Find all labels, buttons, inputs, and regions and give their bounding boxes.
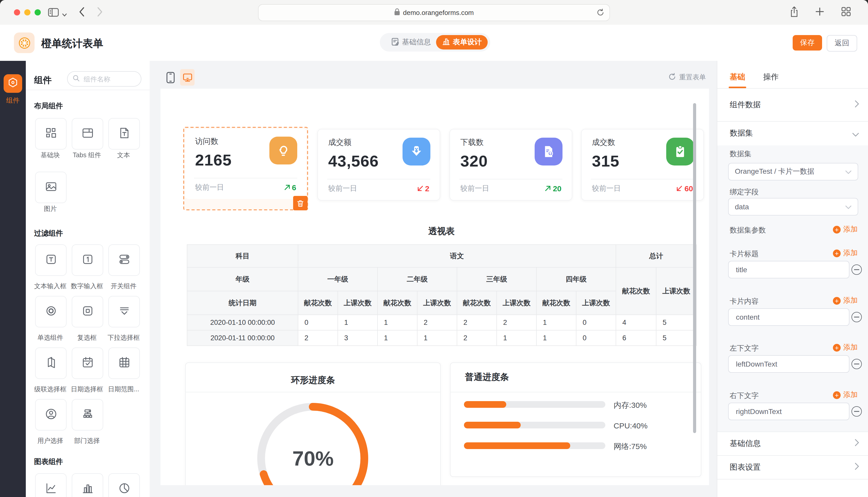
component-label: 数字输入框 [67, 282, 107, 291]
canvas-scrollbar[interactable] [693, 103, 696, 433]
component-data-row[interactable]: 组件数据 [730, 100, 761, 110]
component-tabs[interactable] [72, 118, 103, 150]
chart-settings-row[interactable]: 图表设置 [730, 463, 761, 472]
pivot-metric-header: 上课次数 [576, 291, 616, 315]
remove-circle-icon[interactable] [852, 265, 862, 275]
component-basic-block[interactable] [35, 118, 67, 150]
panel-tab-operation[interactable]: 操作 [763, 72, 779, 82]
sidebar-toggle-icon[interactable] [48, 8, 59, 19]
remove-circle-icon[interactable] [852, 312, 862, 322]
dataset-section-body: 数据集 OrangeTest / 卡片一数据 绑定字段 data 数据集参数 +… [717, 145, 868, 431]
search-input[interactable] [67, 71, 141, 87]
desktop-preview-icon[interactable] [180, 69, 195, 86]
dataset-section-row[interactable]: 数据集 [730, 128, 753, 138]
lock-icon [394, 8, 400, 17]
minimize-window-button[interactable] [24, 9, 30, 15]
add-card-title-button[interactable]: + 添加 [833, 248, 858, 258]
close-window-button[interactable] [14, 9, 20, 15]
forward-icon[interactable] [97, 7, 103, 19]
component-label: 下拉选择框 [103, 333, 144, 342]
chevron-right-icon[interactable] [855, 439, 859, 449]
zoom-window-button[interactable] [35, 9, 41, 15]
add-left-down-text-button[interactable]: + 添加 [833, 343, 858, 352]
divider [717, 431, 868, 432]
add-card-content-button[interactable]: + 添加 [833, 296, 858, 305]
component-text-input[interactable] [35, 244, 67, 276]
stat-card-downloads[interactable]: 下载数 320 较前一日 20 [450, 129, 572, 201]
add-dataset-param-button[interactable]: + 添加 [833, 225, 858, 234]
remove-circle-icon[interactable] [852, 359, 862, 369]
component-pie-chart[interactable] [108, 473, 140, 497]
back-icon[interactable] [79, 7, 85, 19]
share-icon[interactable] [789, 6, 799, 19]
component-image[interactable] [35, 172, 67, 203]
card-content-input[interactable] [728, 308, 850, 326]
pivot-value-cell: 0 [298, 315, 338, 330]
divider [459, 179, 563, 180]
stat-card-deals[interactable]: 成交数 315 较前一日 60 [581, 129, 704, 201]
ring-progress-card[interactable]: 环形进度条 70% [185, 363, 441, 485]
component-line-chart[interactable] [35, 473, 67, 497]
component-bar-chart[interactable] [72, 473, 103, 497]
component-radio[interactable] [35, 296, 67, 327]
delta-up: 20 [545, 184, 562, 193]
card-title-input[interactable] [728, 261, 850, 279]
tab-basic-info[interactable]: 基础信息 [391, 33, 431, 52]
chevron-right-icon[interactable] [855, 100, 859, 110]
rail-item-components[interactable] [4, 74, 22, 93]
left-down-text-input[interactable] [728, 355, 850, 373]
pivot-header-row: 科目 语文 总计 [187, 245, 697, 267]
pivot-grade: 三年级 [457, 267, 536, 291]
component-date-picker[interactable] [72, 347, 103, 379]
form-canvas[interactable]: 访问数 2165 较前一日 6 成交额 [161, 89, 709, 485]
reload-icon[interactable] [596, 8, 604, 18]
component-dept-select[interactable] [72, 399, 103, 430]
stat-card-visits[interactable]: 访问数 2165 较前一日 6 [185, 128, 306, 199]
browser-chrome: demo.orangeforms.com [0, 0, 868, 25]
component-checkbox[interactable] [72, 296, 103, 327]
new-tab-icon[interactable] [815, 7, 824, 18]
progress-fill [464, 442, 570, 449]
dataset-select[interactable]: OrangeTest / 卡片一数据 [728, 163, 858, 181]
delete-button[interactable] [293, 196, 307, 210]
chevron-down-icon[interactable] [852, 130, 859, 139]
component-select[interactable] [108, 296, 140, 327]
hexagon-component-icon [7, 77, 18, 90]
pivot-table[interactable]: 科目 语文 总计 年级 一年级 二年级 三年级 四年级 献花次数 上课次数 [187, 244, 697, 346]
tab-form-design[interactable]: 表单设计 [436, 35, 488, 49]
pivot-grade: 四年级 [536, 267, 616, 291]
add-right-down-text-button[interactable]: + 添加 [833, 390, 858, 400]
tab-overview-icon[interactable] [841, 7, 851, 18]
bind-field-select[interactable]: data [728, 198, 858, 215]
address-bar[interactable]: demo.orangeforms.com [258, 4, 610, 21]
phone-preview-icon[interactable] [166, 72, 175, 86]
plus-circle-icon: + [833, 344, 841, 351]
bar-chart-icon [81, 481, 94, 497]
component-cascade-select[interactable] [35, 347, 67, 379]
section-label-layout: 布局组件 [34, 102, 63, 111]
reset-form-button[interactable]: 重置表单 [668, 72, 706, 83]
chevron-right-icon[interactable] [855, 463, 859, 472]
component-label: 日期选择框 [67, 385, 107, 394]
component-text[interactable] [108, 118, 140, 150]
pivot-value-cell: 3 [338, 330, 377, 346]
save-button[interactable]: 保存 [793, 35, 822, 51]
component-switch[interactable] [108, 244, 140, 276]
search-field[interactable] [83, 74, 136, 83]
basic-info-row[interactable]: 基础信息 [730, 439, 761, 449]
right-down-text-input[interactable] [728, 403, 850, 420]
stat-card-turnover[interactable]: 成交额 43,566 较前一日 2 [317, 129, 440, 201]
delta-down: 2 [417, 184, 429, 193]
pivot-value-cell: 2 [417, 315, 457, 330]
panel-tab-basic[interactable]: 基础 [730, 72, 745, 82]
pivot-grade: 二年级 [377, 267, 457, 291]
component-user-select[interactable] [35, 399, 67, 430]
stat-card-value: 43,566 [328, 152, 379, 171]
remove-circle-icon[interactable] [852, 406, 862, 416]
component-date-range[interactable] [108, 347, 140, 379]
back-button[interactable]: 返回 [827, 35, 857, 52]
chevron-down-icon[interactable] [62, 10, 67, 19]
progress-bars-card[interactable]: 普通进度条 内存:30% CPU:40% 网络:75% [450, 363, 701, 477]
component-number-input[interactable] [72, 244, 103, 276]
divider [717, 455, 868, 456]
